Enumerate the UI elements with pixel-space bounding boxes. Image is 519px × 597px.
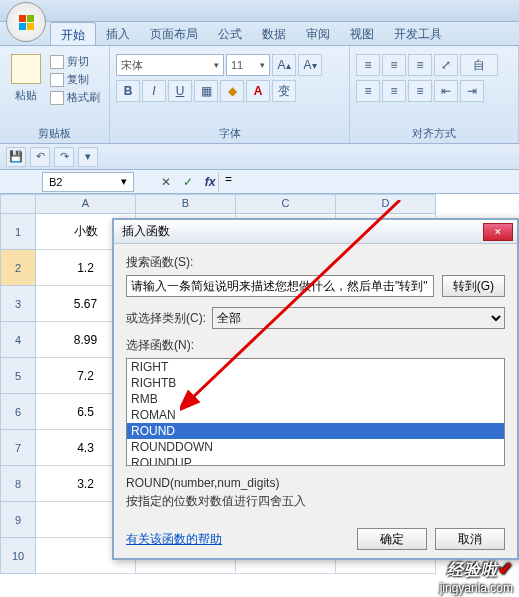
phonetic-button[interactable]: 变 bbox=[272, 80, 296, 102]
close-button[interactable]: ✕ bbox=[483, 223, 513, 241]
list-item[interactable]: ROUNDUP bbox=[127, 455, 504, 466]
ok-button[interactable]: 确定 bbox=[357, 528, 427, 550]
font-name-select[interactable]: 宋体▾ bbox=[116, 54, 224, 76]
row-header[interactable]: 1 bbox=[0, 214, 36, 250]
underline-button[interactable]: U bbox=[168, 80, 192, 102]
fmt-label: 格式刷 bbox=[67, 90, 100, 105]
tab-data[interactable]: 数据 bbox=[252, 22, 296, 45]
copy-button[interactable]: 复制 bbox=[50, 72, 100, 87]
paste-icon bbox=[11, 54, 41, 84]
align-mid-button[interactable]: ≡ bbox=[382, 54, 406, 76]
copy-label: 复制 bbox=[67, 72, 89, 87]
font-size-select[interactable]: 11▾ bbox=[226, 54, 270, 76]
watermark-url: jingyanla.com bbox=[440, 581, 513, 595]
list-item[interactable]: RIGHTB bbox=[127, 375, 504, 391]
cancel-button[interactable]: 取消 bbox=[435, 528, 505, 550]
align-top-button[interactable]: ≡ bbox=[356, 54, 380, 76]
align-left-button[interactable]: ≡ bbox=[356, 80, 380, 102]
tab-review[interactable]: 审阅 bbox=[296, 22, 340, 45]
group-font-label: 字体 bbox=[116, 124, 343, 143]
row-header[interactable]: 10 bbox=[0, 538, 36, 574]
tab-view[interactable]: 视图 bbox=[340, 22, 384, 45]
redo-button[interactable]: ↷ bbox=[54, 147, 74, 167]
fontcolor-button[interactable]: A bbox=[246, 80, 270, 102]
function-listbox[interactable]: RIGHT RIGHTB RMB ROMAN ROUND ROUNDDOWN R… bbox=[126, 358, 505, 466]
row-header[interactable]: 7 bbox=[0, 430, 36, 466]
group-clipboard-label: 剪贴板 bbox=[6, 124, 103, 143]
chevron-down-icon: ▾ bbox=[121, 175, 127, 188]
fillcolor-button[interactable]: ◆ bbox=[220, 80, 244, 102]
list-item[interactable]: RMB bbox=[127, 391, 504, 407]
tab-dev[interactable]: 开发工具 bbox=[384, 22, 452, 45]
chevron-down-icon: ▾ bbox=[214, 60, 219, 70]
function-description: 按指定的位数对数值进行四舍五入 bbox=[126, 492, 505, 510]
qat-more-button[interactable]: ▾ bbox=[78, 147, 98, 167]
cut-button[interactable]: 剪切 bbox=[50, 54, 100, 69]
ribbon: 粘贴 剪切 复制 格式刷 剪贴板 宋体▾ 11▾ A▴ A▾ B I bbox=[0, 46, 519, 144]
category-select[interactable]: 全部 bbox=[212, 307, 505, 329]
function-signature: ROUND(number,num_digits) bbox=[126, 474, 505, 492]
dialog-title: 插入函数 bbox=[122, 223, 170, 240]
align-center-button[interactable]: ≡ bbox=[382, 80, 406, 102]
ribbon-tabs: 开始 插入 页面布局 公式 数据 审阅 视图 开发工具 bbox=[0, 22, 519, 46]
col-header-b[interactable]: B bbox=[136, 194, 236, 214]
col-header-a[interactable]: A bbox=[36, 194, 136, 214]
align-right-button[interactable]: ≡ bbox=[408, 80, 432, 102]
paste-label: 粘贴 bbox=[15, 88, 37, 103]
tab-insert[interactable]: 插入 bbox=[96, 22, 140, 45]
row-header[interactable]: 2 bbox=[0, 250, 36, 286]
shrink-font-button[interactable]: A▾ bbox=[298, 54, 322, 76]
tab-layout[interactable]: 页面布局 bbox=[140, 22, 208, 45]
bold-button[interactable]: B bbox=[116, 80, 140, 102]
list-item[interactable]: ROUNDDOWN bbox=[127, 439, 504, 455]
list-item-selected[interactable]: ROUND bbox=[127, 423, 504, 439]
row-header[interactable]: 6 bbox=[0, 394, 36, 430]
help-link[interactable]: 有关该函数的帮助 bbox=[126, 531, 222, 548]
check-icon: ✔ bbox=[498, 559, 513, 579]
name-box[interactable]: B2▾ bbox=[42, 172, 134, 192]
tab-formula[interactable]: 公式 bbox=[208, 22, 252, 45]
list-item[interactable]: RIGHT bbox=[127, 359, 504, 375]
accept-formula-button[interactable]: ✓ bbox=[180, 175, 196, 189]
insert-function-dialog: 插入函数 ✕ 搜索函数(S): 转到(G) 或选择类别(C): 全部 选择函数(… bbox=[112, 218, 519, 560]
paste-button[interactable]: 粘贴 bbox=[6, 50, 46, 124]
orientation-button[interactable]: ⤢ bbox=[434, 54, 458, 76]
window-titlebar bbox=[0, 0, 519, 22]
go-button[interactable]: 转到(G) bbox=[442, 275, 505, 297]
row-header[interactable]: 8 bbox=[0, 466, 36, 502]
undo-button[interactable]: ↶ bbox=[30, 147, 50, 167]
align-bot-button[interactable]: ≡ bbox=[408, 54, 432, 76]
formula-input[interactable]: = bbox=[218, 172, 519, 192]
save-button[interactable]: 💾 bbox=[6, 147, 26, 167]
category-label: 或选择类别(C): bbox=[126, 310, 206, 327]
tab-home[interactable]: 开始 bbox=[50, 22, 96, 45]
col-header-d[interactable]: D bbox=[336, 194, 436, 214]
formatpainter-button[interactable]: 格式刷 bbox=[50, 90, 100, 105]
copy-icon bbox=[50, 73, 64, 87]
col-header-c[interactable]: C bbox=[236, 194, 336, 214]
watermark-brand: 经验啦 bbox=[447, 561, 498, 578]
cancel-formula-button[interactable]: ✕ bbox=[158, 175, 174, 189]
row-header[interactable]: 3 bbox=[0, 286, 36, 322]
indent-dec-button[interactable]: ⇤ bbox=[434, 80, 458, 102]
grow-font-button[interactable]: A▴ bbox=[272, 54, 296, 76]
border-button[interactable]: ▦ bbox=[194, 80, 218, 102]
name-box-value: B2 bbox=[49, 176, 62, 188]
italic-button[interactable]: I bbox=[142, 80, 166, 102]
row-header[interactable]: 9 bbox=[0, 502, 36, 538]
wrap-button[interactable]: 自 bbox=[460, 54, 498, 76]
dialog-titlebar[interactable]: 插入函数 ✕ bbox=[114, 220, 517, 244]
select-all-corner[interactable] bbox=[0, 194, 36, 214]
list-item[interactable]: ROMAN bbox=[127, 407, 504, 423]
fx-button[interactable]: fx bbox=[202, 175, 218, 189]
quick-access-toolbar: 💾 ↶ ↷ ▾ bbox=[0, 144, 519, 170]
search-input[interactable] bbox=[126, 275, 434, 297]
select-function-label: 选择函数(N): bbox=[126, 338, 194, 352]
row-header[interactable]: 5 bbox=[0, 358, 36, 394]
cut-icon bbox=[50, 55, 64, 69]
brush-icon bbox=[50, 91, 64, 105]
indent-inc-button[interactable]: ⇥ bbox=[460, 80, 484, 102]
office-button[interactable] bbox=[6, 2, 46, 42]
font-name-value: 宋体 bbox=[121, 58, 143, 73]
row-header[interactable]: 4 bbox=[0, 322, 36, 358]
